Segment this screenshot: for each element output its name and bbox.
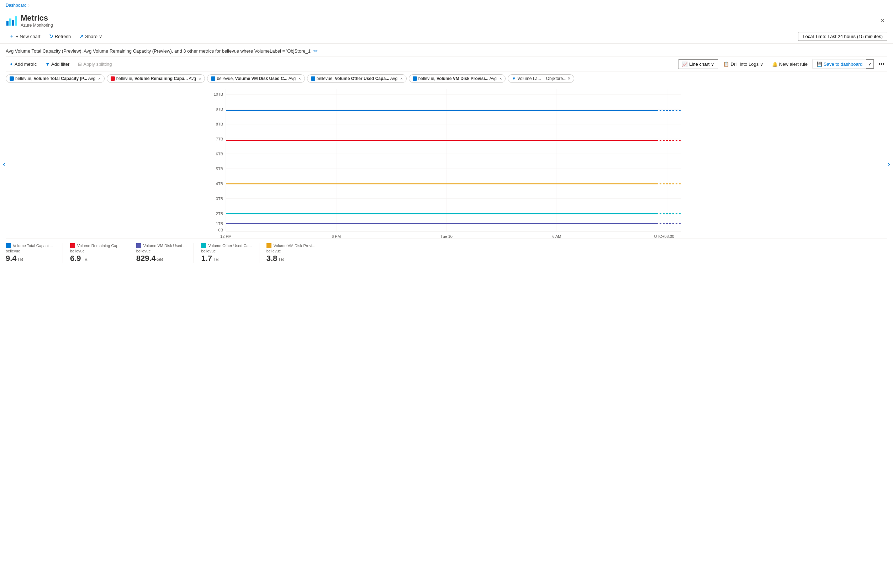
svg-rect-0	[6, 21, 9, 26]
svg-text:5TB: 5TB	[216, 167, 223, 171]
main-toolbar: ＋ + New chart ↻ Refresh ↗ Share ∨ Local …	[0, 29, 893, 44]
legend5-subtitle: bellevue	[266, 249, 316, 253]
legend3-value: 829.4 GB	[136, 254, 187, 263]
splitting-icon: ⊞	[78, 62, 82, 67]
metrics-toolbar: ✦ Add metric ▼ Add filter ⊞ Apply splitt…	[6, 57, 887, 72]
chart-nav-left[interactable]: ‹	[3, 160, 5, 168]
chart-svg: 10TB 9TB 8TB 7TB 6TB 5TB 4TB 3TB 2TB 1TB…	[6, 89, 887, 238]
tag1-remove[interactable]: ×	[98, 76, 100, 81]
legend5-value: 3.8 TB	[266, 254, 316, 263]
svg-text:1TB: 1TB	[216, 222, 223, 226]
filter-tag-label: Volume La... = ObjStore...	[517, 76, 567, 81]
breadcrumb-dashboard[interactable]: Dashboard	[6, 3, 27, 8]
page-header: Metrics Azure Monitoring ×	[0, 10, 893, 29]
tag5-remove[interactable]: ×	[499, 76, 502, 81]
legend1-title: Volume Total Capacit...	[13, 243, 53, 248]
filter-tag-remove[interactable]: ×	[568, 76, 570, 81]
legend1-value: 9.4 TB	[6, 254, 56, 263]
new-chart-label: + New chart	[16, 34, 41, 39]
legend5-number: 3.8	[266, 254, 278, 263]
chart-container: Avg Volume Total Capacity (Preview), Avg…	[0, 44, 893, 267]
add-metric-button[interactable]: ✦ Add metric	[6, 60, 40, 69]
tag4-remove[interactable]: ×	[400, 76, 402, 81]
metrics-icon	[6, 15, 17, 26]
share-label: Share	[85, 34, 98, 39]
metric-tag-4[interactable]: bellevue, Volume Other Used Capa... Avg …	[307, 74, 407, 83]
refresh-label: Refresh	[55, 34, 71, 39]
svg-text:UTC+08:00: UTC+08:00	[654, 234, 674, 238]
new-alert-button[interactable]: 🔔 New alert rule	[768, 60, 811, 69]
apply-splitting-button[interactable]: ⊞ Apply splitting	[74, 60, 115, 69]
save-dashboard-button[interactable]: 💾 Save to dashboard	[813, 60, 866, 69]
share-button[interactable]: ↗ Share ∨	[76, 32, 106, 41]
legend2-color	[70, 243, 75, 248]
tag5-label: bellevue, Volume VM Disk Provisi... Avg	[418, 76, 497, 81]
legend2-title: Volume Remaining Cap...	[77, 243, 122, 248]
refresh-icon: ↻	[49, 33, 53, 39]
legend2-unit: TB	[82, 256, 88, 262]
svg-text:Tue 10: Tue 10	[440, 234, 453, 238]
time-picker-button[interactable]: Local Time: Last 24 hours (15 minutes)	[798, 32, 887, 41]
legend3-number: 829.4	[136, 254, 156, 263]
tag4-label: bellevue, Volume Other Used Capa... Avg	[317, 76, 398, 81]
legend5-unit: TB	[278, 256, 284, 262]
tag2-color	[111, 76, 115, 81]
svg-rect-2	[12, 20, 14, 26]
add-filter-button[interactable]: ▼ Add filter	[42, 60, 73, 69]
metric-tag-2[interactable]: bellevue, Volume Remaining Capa... Avg ×	[107, 74, 205, 83]
add-filter-label: Add filter	[51, 62, 69, 67]
legend-area: Volume Total Capacit... bellevue 9.4 TB …	[6, 238, 887, 267]
metric-tags-container: bellevue, Volume Total Capacity (P... Av…	[6, 72, 887, 86]
metric-tag-3[interactable]: bellevue, Volume VM Disk Used C... Avg ×	[207, 74, 305, 83]
tag1-color	[10, 76, 14, 81]
svg-text:0B: 0B	[218, 228, 223, 232]
tag3-label: bellevue, Volume VM Disk Used C... Avg	[216, 76, 296, 81]
svg-text:6 AM: 6 AM	[552, 234, 561, 238]
tag3-color	[211, 76, 215, 81]
save-dashboard-chevron-button[interactable]: ∨	[866, 59, 874, 69]
new-chart-button[interactable]: ＋ + New chart	[6, 31, 44, 41]
legend-item-2: Volume Remaining Cap... bellevue 6.9 TB	[70, 243, 122, 263]
legend3-subtitle: bellevue	[136, 249, 187, 253]
add-metric-icon: ✦	[9, 62, 13, 67]
line-chart-button[interactable]: 📈 Line chart ∨	[678, 59, 718, 69]
svg-text:3TB: 3TB	[216, 196, 223, 201]
share-icon: ↗	[79, 33, 84, 39]
svg-text:10TB: 10TB	[214, 92, 223, 96]
legend1-number: 9.4	[6, 254, 17, 263]
apply-splitting-label: Apply splitting	[83, 62, 112, 67]
drill-logs-button[interactable]: 📋 Drill into Logs ∨	[720, 60, 767, 69]
metric-tag-1[interactable]: bellevue, Volume Total Capacity (P... Av…	[6, 74, 105, 83]
legend1-unit: TB	[17, 256, 24, 262]
legend-divider-4	[259, 243, 259, 263]
page-title: Metrics	[21, 14, 53, 23]
metric-tag-5[interactable]: bellevue, Volume VM Disk Provisi... Avg …	[409, 74, 506, 83]
legend4-number: 1.7	[201, 254, 212, 263]
filter-funnel-icon: ▼	[512, 76, 516, 81]
svg-rect-1	[9, 18, 11, 26]
legend3-color	[136, 243, 141, 248]
tag2-remove[interactable]: ×	[199, 76, 201, 81]
legend-divider-2	[129, 243, 129, 263]
chart-title-text: Avg Volume Total Capacity (Preview), Avg…	[6, 48, 311, 54]
legend4-subtitle: bellevue	[201, 249, 251, 253]
tag1-label: bellevue, Volume Total Capacity (P... Av…	[15, 76, 95, 81]
tag4-color	[311, 76, 315, 81]
edit-icon[interactable]: ✏	[313, 48, 318, 54]
refresh-button[interactable]: ↻ Refresh	[45, 32, 75, 41]
more-options-button[interactable]: •••	[876, 59, 887, 69]
tag3-remove[interactable]: ×	[299, 76, 301, 81]
svg-text:9TB: 9TB	[216, 107, 223, 111]
close-button[interactable]: ×	[878, 16, 887, 26]
svg-text:4TB: 4TB	[216, 182, 223, 186]
plus-icon: ＋	[9, 33, 14, 39]
save-dashboard-label: Save to dashboard	[824, 62, 862, 67]
filter-tag[interactable]: ▼ Volume La... = ObjStore... ×	[508, 74, 574, 83]
svg-rect-3	[15, 16, 17, 26]
svg-text:6 PM: 6 PM	[332, 234, 341, 238]
svg-text:12 PM: 12 PM	[220, 234, 232, 238]
chart-area: ‹ › 10TB 9TB 8TB 7TB 6TB 5TB 4TB 3TB 2TB…	[6, 89, 887, 238]
chart-nav-right[interactable]: ›	[888, 160, 890, 168]
save-icon: 💾	[816, 62, 822, 67]
new-alert-label: New alert rule	[779, 62, 807, 67]
